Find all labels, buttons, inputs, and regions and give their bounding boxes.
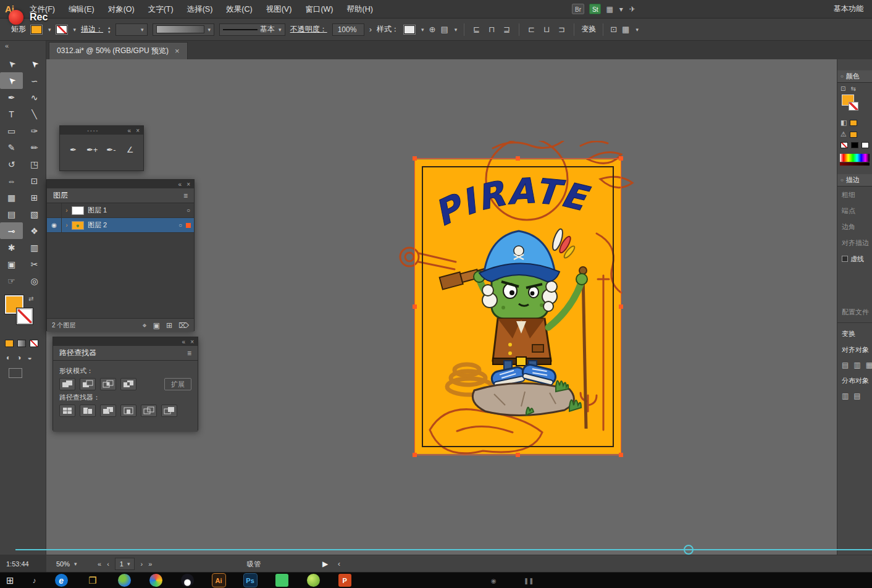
- pen-icon[interactable]: ✒: [66, 141, 80, 158]
- dashed-line-row[interactable]: 虚线: [837, 251, 872, 267]
- width-profile-dropdown[interactable]: ▾: [153, 23, 215, 36]
- canvas-artwork[interactable]: PIRATE: [371, 141, 648, 474]
- scale-tool[interactable]: ◳: [23, 156, 46, 172]
- artboard-tool[interactable]: ▣: [0, 256, 23, 272]
- menu-object[interactable]: 对象(O): [101, 0, 141, 19]
- merge-icon[interactable]: [100, 405, 116, 417]
- dashed-line-checkbox[interactable]: [842, 256, 848, 262]
- menu-effect[interactable]: 效果(C): [219, 0, 259, 19]
- disclosure-icon[interactable]: ›: [62, 222, 72, 229]
- first-artboard-icon[interactable]: «: [98, 560, 101, 568]
- earth-browser-icon[interactable]: [118, 574, 131, 587]
- layer-row[interactable]: › 图层 1 ○: [47, 203, 194, 218]
- distribute-objects-icon[interactable]: ▥: [842, 392, 849, 400]
- stepper-up-icon[interactable]: ▴: [108, 25, 111, 30]
- stroke-corner-row[interactable]: 边角: [837, 219, 872, 235]
- draw-behind-icon[interactable]: ◑: [17, 353, 21, 362]
- align-middle-icon[interactable]: ⊔: [542, 25, 551, 34]
- unite-icon[interactable]: [59, 378, 75, 390]
- zoom-control[interactable]: 50% ▾: [52, 558, 81, 570]
- stroke-color-swatch[interactable]: [56, 25, 67, 34]
- leaf-app-icon[interactable]: [307, 574, 320, 587]
- zoom-tool[interactable]: ◎: [23, 272, 46, 289]
- panel-menu-icon[interactable]: ≡: [187, 349, 191, 358]
- shaper-tool[interactable]: ✏: [23, 139, 46, 156]
- swap-fill-stroke-icon[interactable]: ⇄: [28, 295, 33, 302]
- chevron-down-icon[interactable]: ▾: [455, 27, 458, 33]
- menu-window[interactable]: 窗口(W): [298, 0, 340, 19]
- layer-name[interactable]: 图层 1: [88, 206, 187, 215]
- zoom-chevron-icon[interactable]: ▾: [74, 561, 77, 567]
- menu-select[interactable]: 选择(S): [180, 0, 220, 19]
- paintbrush-tool[interactable]: ✑: [23, 122, 46, 139]
- recorder-timeline[interactable]: [15, 549, 872, 550]
- qq-icon[interactable]: [181, 574, 194, 587]
- document-setup-icon[interactable]: ▤: [440, 25, 448, 34]
- stroke-align-row[interactable]: 对齐描边: [837, 235, 872, 251]
- start-button-icon[interactable]: ⊞: [6, 575, 14, 586]
- last-artboard-icon[interactable]: »: [148, 560, 152, 568]
- toolbar-collapse-icon[interactable]: «: [0, 41, 46, 52]
- delete-anchor-icon[interactable]: ✒-: [104, 141, 119, 158]
- target-circle-icon[interactable]: ○: [178, 222, 182, 229]
- chevron-down-icon[interactable]: ▾: [635, 27, 639, 33]
- file-explorer-icon[interactable]: ❒: [86, 574, 99, 587]
- grid-options-icon[interactable]: ▦: [622, 25, 629, 34]
- layer-thumbnail[interactable]: [72, 221, 84, 230]
- zoom-level[interactable]: 50%: [56, 560, 70, 568]
- distribute-objects-icon[interactable]: ▤: [853, 392, 860, 400]
- gamut-warning-icon[interactable]: ⚠: [841, 130, 847, 138]
- curvature-tool[interactable]: ∿: [23, 89, 46, 106]
- expand-button[interactable]: 扩展: [164, 378, 191, 390]
- stroke-swatch[interactable]: [849, 102, 858, 111]
- next-artboard-icon[interactable]: ›: [140, 560, 143, 568]
- stroke-panel-tab[interactable]: ○ 描边: [837, 174, 872, 187]
- artboard-number-box[interactable]: 1 ▾: [115, 558, 135, 570]
- add-anchor-icon[interactable]: ✒+: [85, 141, 99, 158]
- menu-type[interactable]: 文字(T): [141, 0, 180, 19]
- none-chip[interactable]: [841, 142, 848, 148]
- align-objects-icon[interactable]: ▥: [853, 361, 860, 369]
- arrange-chevron-icon[interactable]: ▾: [619, 5, 623, 14]
- align-objects-icon[interactable]: ▤: [842, 361, 849, 369]
- blend-tool[interactable]: ❖: [23, 222, 46, 239]
- type-tool[interactable]: T: [0, 106, 23, 122]
- document-setup-globe-icon[interactable]: ⊕: [429, 25, 436, 34]
- back-arrow-icon[interactable]: ‹: [338, 555, 340, 573]
- exclude-icon[interactable]: [120, 378, 136, 390]
- menu-edit[interactable]: 编辑(E): [62, 0, 101, 19]
- screen-mode-button[interactable]: [9, 368, 22, 378]
- menu-view[interactable]: 视图(V): [259, 0, 299, 19]
- delete-layer-icon[interactable]: ⌦: [178, 321, 189, 330]
- pencil-tool[interactable]: ✎: [0, 139, 23, 156]
- document-tab[interactable]: 0312.ai* @ 50% (RGB/GPU 预览) ×: [49, 42, 188, 59]
- close-panel-icon[interactable]: ×: [187, 181, 190, 188]
- bounding-box-icon[interactable]: ⊡: [610, 25, 617, 34]
- swap-colors-icon[interactable]: ⇆: [850, 85, 855, 92]
- color-spectrum-bar[interactable]: [840, 154, 870, 162]
- timeline-handle[interactable]: [684, 545, 694, 555]
- outline-icon[interactable]: [141, 405, 157, 417]
- disclosure-icon[interactable]: ›: [62, 207, 72, 214]
- opacity-label[interactable]: 不透明度：: [290, 24, 327, 35]
- target-circle-icon[interactable]: ○: [187, 207, 190, 214]
- close-panel-icon[interactable]: ×: [190, 338, 194, 345]
- shape-builder-tool[interactable]: ▦: [0, 189, 23, 206]
- draw-inside-icon[interactable]: ◒: [28, 353, 32, 362]
- panel-menu-icon[interactable]: ≡: [183, 191, 188, 200]
- new-layer-icon[interactable]: ⊞: [166, 321, 172, 330]
- tray-record-icon[interactable]: ◉: [491, 578, 497, 584]
- fill-color-swatch[interactable]: [31, 25, 42, 34]
- close-panel-icon[interactable]: ×: [136, 127, 140, 134]
- color-panel-tab[interactable]: ○ 颜色: [837, 70, 872, 83]
- volume-icon[interactable]: ♪: [33, 576, 36, 585]
- stroke-weight-label[interactable]: 描边：: [81, 24, 103, 35]
- layer-thumbnail[interactable]: [72, 206, 84, 215]
- close-tab-icon[interactable]: ×: [175, 46, 180, 56]
- direct-selection-tool[interactable]: ➤: [23, 56, 46, 72]
- stroke-weight-row[interactable]: 粗细: [837, 187, 872, 203]
- intersect-icon[interactable]: [100, 378, 116, 390]
- draw-normal-icon[interactable]: ◐: [6, 353, 10, 362]
- trim-icon[interactable]: [80, 405, 96, 417]
- illustrator-taskbar-icon[interactable]: Ai: [212, 574, 225, 587]
